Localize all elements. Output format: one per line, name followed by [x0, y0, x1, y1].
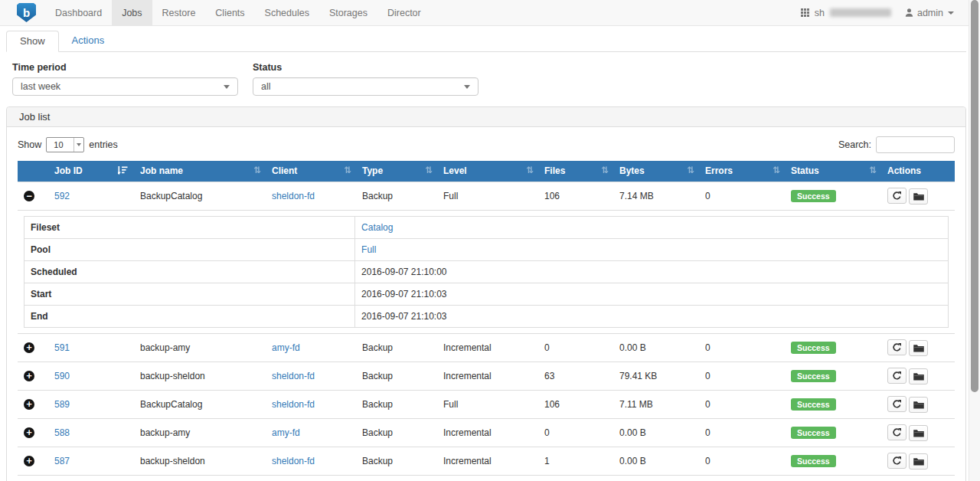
status-select[interactable]: all	[253, 77, 479, 96]
time-period-label: Time period	[12, 62, 238, 73]
job-bytes: 7.11 MB	[619, 399, 653, 410]
column-label: Status	[791, 165, 819, 176]
tab-show[interactable]: Show	[6, 31, 59, 52]
table-row: +589BackupCatalogsheldon-fdBackupFull106…	[18, 391, 955, 419]
entries-value: 10	[54, 140, 63, 149]
column-errors[interactable]: Errors ⇅	[699, 161, 785, 182]
job-files: 106	[544, 191, 560, 201]
job-id-link[interactable]: 589	[54, 399, 70, 410]
nav-item-schedules[interactable]: Schedules	[255, 0, 319, 25]
client-link[interactable]: sheldon-fd	[272, 371, 315, 381]
detail-row: Scheduled2016-09-07 21:10:00	[24, 261, 949, 283]
job-level: Incremental	[443, 427, 492, 438]
restart-job-button[interactable]	[887, 339, 906, 355]
scrollbar-thumb[interactable]	[971, 0, 978, 392]
restart-job-button[interactable]	[887, 368, 906, 384]
table-row: +591backup-amyamy-fdBackupIncremental00.…	[18, 334, 955, 362]
expand-row-icon[interactable]: +	[24, 427, 34, 438]
job-type: Backup	[362, 456, 393, 466]
job-table-header: Job ID	[18, 161, 955, 182]
job-id-link[interactable]: 591	[54, 342, 70, 353]
job-details-button[interactable]	[909, 453, 928, 470]
column-client[interactable]: Client ⇅	[266, 161, 356, 182]
nav-item-restore[interactable]: Restore	[152, 0, 206, 25]
entries-select[interactable]: 10	[46, 137, 84, 152]
client-link[interactable]: amy-fd	[272, 342, 300, 353]
restart-job-button[interactable]	[887, 424, 906, 440]
vertical-scrollbar[interactable]	[969, 0, 980, 481]
nav-item-dashboard[interactable]: Dashboard	[45, 0, 112, 25]
client-link[interactable]: amy-fd	[272, 427, 300, 438]
detail-value[interactable]: Full	[361, 244, 376, 255]
filters: Time period last week Status all	[0, 52, 972, 96]
person-icon	[904, 8, 914, 18]
expand-row-icon[interactable]: +	[24, 371, 34, 381]
client-link[interactable]: sheldon-fd	[272, 399, 315, 410]
restart-icon	[892, 342, 902, 352]
detail-row: Start2016-09-07 21:10:03	[24, 283, 949, 306]
expand-row-icon[interactable]: +	[24, 399, 34, 410]
column-bytes[interactable]: Bytes ⇅	[613, 161, 699, 182]
column-label: Bytes	[619, 165, 645, 176]
dropdown-caret-icon	[74, 138, 83, 152]
job-errors: 0	[705, 191, 710, 201]
app-logo[interactable]: b	[0, 0, 45, 25]
restart-job-button[interactable]	[887, 396, 906, 412]
restart-job-button[interactable]	[887, 453, 906, 469]
sort-icon: ⇅	[601, 165, 607, 175]
job-details-button[interactable]	[909, 340, 928, 356]
column-type[interactable]: Type ⇅	[356, 161, 437, 182]
job-id-link[interactable]: 588	[54, 427, 70, 438]
job-details-button[interactable]	[909, 425, 928, 441]
search-input[interactable]	[876, 136, 955, 153]
job-files: 0	[544, 342, 550, 353]
table-row: +586BackupCatalogsheldon-fdBackupFull106…	[18, 476, 955, 481]
detail-value[interactable]: Catalog	[361, 222, 393, 233]
expand-row-icon[interactable]: +	[24, 342, 34, 353]
job-bytes: 7.14 MB	[619, 191, 654, 201]
job-details-button[interactable]	[909, 397, 928, 413]
user-menu[interactable]: admin	[904, 8, 954, 18]
time-period-select[interactable]: last week	[12, 77, 238, 96]
entries-label: entries	[89, 139, 118, 150]
job-name: backup-sheldon	[140, 456, 205, 466]
expand-row-icon[interactable]: +	[24, 456, 34, 466]
sort-desc-icon	[118, 165, 128, 175]
nav-item-storages[interactable]: Storages	[319, 0, 377, 25]
job-name: BackupCatalog	[140, 191, 202, 201]
entries-length-group: Show 10 entries	[18, 137, 118, 152]
job-name: backup-sheldon	[140, 371, 205, 381]
job-type: Backup	[362, 399, 393, 410]
column-job-id[interactable]: Job ID	[48, 161, 134, 182]
job-level: Full	[443, 399, 458, 410]
column-status[interactable]: Status ⇅	[785, 161, 881, 182]
job-id-link[interactable]: 592	[54, 191, 70, 201]
column-files[interactable]: Files ⇅	[538, 161, 613, 182]
nav-item-jobs[interactable]: Jobs	[112, 0, 152, 25]
job-name: BackupCatalog	[140, 399, 202, 410]
client-link[interactable]: sheldon-fd	[272, 191, 315, 201]
detail-value: 2016-09-07 21:10:03	[361, 289, 446, 299]
restart-job-button[interactable]	[887, 188, 906, 204]
folder-icon	[913, 429, 924, 437]
detail-label: Start	[24, 283, 355, 306]
status-value: all	[261, 81, 271, 92]
restart-icon	[892, 371, 902, 381]
status-badge: Success	[791, 398, 836, 411]
nav-item-director[interactable]: Director	[377, 0, 431, 25]
job-details-button[interactable]	[909, 188, 928, 205]
job-level: Incremental	[443, 456, 492, 466]
job-details-button[interactable]	[909, 368, 928, 384]
column-job-name[interactable]: Job name ⇅	[134, 161, 266, 182]
nav-item-clients[interactable]: Clients	[205, 0, 254, 25]
job-id-link[interactable]: 587	[54, 456, 70, 466]
tab-actions[interactable]: Actions	[59, 31, 118, 51]
column-label: Client	[272, 165, 297, 176]
job-id-link[interactable]: 590	[54, 371, 70, 381]
navbar: b DashboardJobsRestoreClientsSchedulesSt…	[0, 0, 972, 26]
column-level[interactable]: Level ⇅	[437, 161, 538, 182]
job-level: Full	[443, 191, 458, 201]
job-bytes: 0.00 B	[619, 342, 646, 353]
client-link[interactable]: sheldon-fd	[272, 456, 315, 466]
collapse-row-icon[interactable]: −	[24, 191, 34, 201]
